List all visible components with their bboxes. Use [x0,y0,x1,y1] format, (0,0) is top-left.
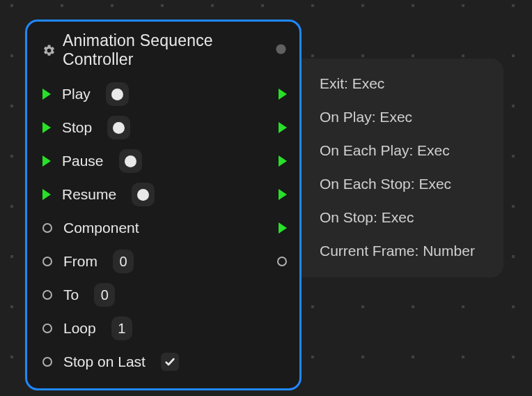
input-row-stop: Stop [27,111,299,144]
svg-point-0 [276,44,285,54]
dot-icon [137,189,149,201]
to-value: 0 [101,287,109,303]
dot-icon [125,155,136,167]
output-row-exit: Exit: Exec [320,67,491,100]
port-in-to-icon[interactable] [42,290,52,300]
play-label: Play [62,86,91,102]
current-frame-label: Current Frame: Number [320,243,475,259]
input-row-component: Component [27,211,299,245]
input-row-stop-on-last: Stop on Last [27,345,299,379]
stop-on-last-label: Stop on Last [63,353,146,370]
input-row-play: Play [27,77,299,111]
output-row-current-frame: Current Frame: Number [320,234,491,268]
on-play-label: On Play: Exec [320,109,412,125]
input-row-pause: Pause [27,144,299,178]
output-row-on-play: On Play: Exec [320,100,491,134]
port-in-from-icon[interactable] [42,257,52,266]
info-icon[interactable] [275,43,287,58]
exec-in-resume-icon[interactable] [42,189,51,200]
output-row-on-each-play: On Each Play: Exec [320,134,491,167]
node-container: Animation Sequence Controller Play Stop [25,20,503,390]
exec-in-play-icon[interactable] [42,89,51,100]
exec-in-pause-icon[interactable] [42,155,51,167]
on-each-play-label: On Each Play: Exec [320,142,450,159]
output-panel: Exit: Exec On Play: Exec On Each Play: E… [302,59,503,277]
from-label: From [63,253,97,270]
dot-icon [113,122,125,134]
input-row-loop: Loop 1 [27,312,299,345]
loop-value-input[interactable]: 1 [111,317,132,340]
node-header: Animation Sequence Controller [27,22,299,77]
port-in-loop-icon[interactable] [42,323,52,333]
exec-out-play-icon[interactable] [279,89,287,100]
gear-icon[interactable] [42,44,56,57]
exec-out-stop-icon[interactable] [279,122,287,133]
output-row-on-stop: On Stop: Exec [320,201,491,234]
port-in-stop-on-last-icon[interactable] [42,357,52,367]
pause-value-slot[interactable] [119,149,142,173]
exec-out-resume-icon[interactable] [279,189,287,200]
pause-label: Pause [62,153,104,169]
loop-label: Loop [63,320,96,337]
to-label: To [63,287,79,303]
resume-value-slot[interactable] [132,183,155,206]
resume-label: Resume [62,186,116,203]
dot-icon [111,89,123,100]
component-label: Component [63,220,139,236]
on-stop-label: On Stop: Exec [320,209,414,226]
stop-label: Stop [62,119,92,136]
play-value-slot[interactable] [106,82,129,106]
from-value-input[interactable]: 0 [113,250,134,273]
input-row-to: To 0 [27,278,299,312]
check-icon [164,356,175,367]
node-title: Animation Sequence Controller [63,31,269,69]
stop-value-slot[interactable] [107,116,130,139]
port-out-from-icon[interactable] [277,257,287,266]
output-row-on-each-stop: On Each Stop: Exec [320,167,491,201]
exec-out-pause-icon[interactable] [279,155,287,167]
animation-sequence-node[interactable]: Animation Sequence Controller Play Stop [25,20,302,390]
stop-on-last-checkbox[interactable] [161,353,179,371]
from-value: 0 [119,254,127,270]
on-each-stop-label: On Each Stop: Exec [320,176,451,192]
loop-value: 1 [118,321,125,337]
port-in-component-icon[interactable] [42,223,52,233]
input-row-from: From 0 [27,245,299,278]
exec-out-component-icon[interactable] [279,222,287,234]
exit-label: Exit: Exec [320,75,384,92]
to-value-input[interactable]: 0 [94,283,115,307]
input-row-resume: Resume [27,178,299,211]
exec-in-stop-icon[interactable] [42,122,51,133]
